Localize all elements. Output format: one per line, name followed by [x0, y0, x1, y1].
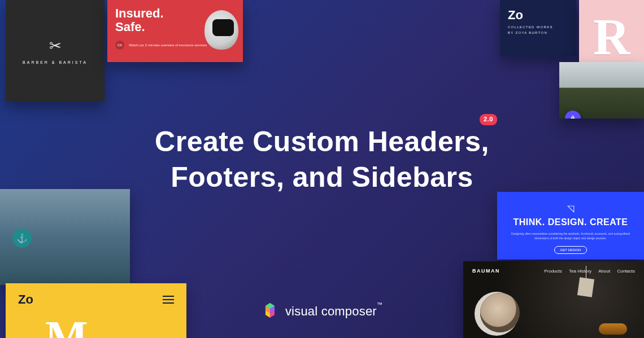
- teacup-graphic: [480, 293, 520, 332]
- bauman-link-history[interactable]: Tea History: [569, 269, 591, 274]
- brand-row: visual composer™: [262, 302, 382, 321]
- card-zo-navy: Zo COLLECTED WORKS BY ZOYA BURTON: [500, 0, 576, 56]
- insured-subtitle: Watch our 2 minutes overview of insuranc…: [129, 43, 207, 47]
- bauman-link-contacts[interactable]: Contacts: [617, 269, 635, 274]
- bauman-logo: BAUMAN: [472, 268, 500, 274]
- zo-navy-logo: Zo: [508, 8, 568, 23]
- card-think: ◹ THINK. DESIGN. CREATE Designing often …: [497, 192, 644, 260]
- brand-trademark: ™: [377, 301, 382, 308]
- astronaut-visor-graphic: [212, 19, 234, 36]
- zo-yellow-logo: Zo: [18, 292, 33, 307]
- zo-navy-tagline: COLLECTED WORKS BY ZOYA BURTON: [508, 25, 568, 36]
- landscape-fab-button[interactable]: [565, 111, 581, 118]
- think-blurb: Designing often necessitates considering…: [511, 232, 630, 240]
- card-bauman: BAUMAN Products Tea History About Contac…: [463, 261, 644, 338]
- bauman-link-products[interactable]: Products: [544, 269, 562, 274]
- think-title: THINK. DESIGN. CREATE: [497, 217, 644, 227]
- card-zo-yellow: Zo M: [6, 283, 186, 338]
- headline-line2: Footers, and Sidebars: [171, 161, 473, 193]
- version-badge: 2.0: [480, 114, 497, 125]
- anchor-icon: ⚓: [12, 229, 32, 248]
- insured-cta-dot: CK: [115, 41, 124, 50]
- insured-line1: Insured.: [115, 6, 164, 20]
- zo-tagline2: BY ZOYA BURTON: [508, 31, 547, 34]
- serif-letter-m: M: [45, 311, 88, 338]
- scissors-icon: ✂: [23, 37, 88, 55]
- cube-icon: ◹: [497, 203, 644, 214]
- honey-dipper-graphic: [599, 323, 627, 335]
- insured-line2: Safe.: [115, 20, 145, 34]
- card-landscape: [559, 62, 644, 118]
- headline-text: Create Custom Headers, Footers, and Side…: [155, 124, 489, 195]
- brand-logo-icon: [262, 302, 279, 321]
- bauman-link-about[interactable]: About: [598, 269, 610, 274]
- bauman-links: Products Tea History About Contacts: [538, 269, 635, 274]
- lock-icon: [569, 115, 576, 118]
- brand-name: visual composer™: [285, 304, 382, 319]
- think-cta-button[interactable]: GET DESIGN: [554, 246, 588, 254]
- hero-headline: Create Custom Headers, Footers, and Side…: [0, 124, 644, 195]
- teabag-graphic: [577, 277, 594, 297]
- serif-letter-r: R: [593, 8, 630, 66]
- hamburger-icon[interactable]: [163, 296, 174, 304]
- card-barber: ✂ BARBER & BARISTA: [6, 0, 105, 102]
- card-ocean: ⚓: [0, 189, 130, 285]
- zo-tagline1: COLLECTED WORKS: [508, 25, 553, 29]
- bauman-nav: BAUMAN Products Tea History About Contac…: [472, 268, 635, 274]
- brand-name-text: visual composer: [285, 304, 377, 318]
- headline-line1: Create Custom Headers,: [155, 126, 489, 157]
- card-barber-title: BARBER & BARISTA: [23, 60, 88, 64]
- card-insured: Insured. Safe. CK Watch our 2 minutes ov…: [107, 0, 243, 62]
